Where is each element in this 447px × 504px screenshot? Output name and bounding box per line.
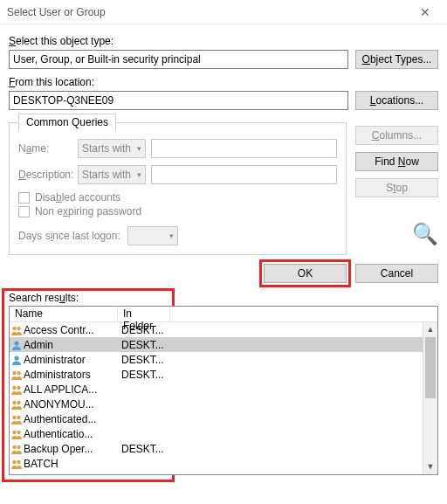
svg-point-10: [12, 415, 16, 418]
item-name: ALL APPLICA...: [24, 383, 118, 396]
description-combo: Starts with▾: [78, 165, 146, 184]
titlebar: Select User or Group ✕: [0, 0, 447, 24]
svg-point-14: [12, 445, 16, 448]
days-label: Days since last logon:: [18, 230, 120, 242]
svg-point-8: [12, 400, 16, 404]
chevron-down-icon: ▾: [169, 231, 174, 240]
svg-point-5: [17, 370, 20, 374]
chevron-down-icon: ▾: [137, 170, 141, 179]
list-item[interactable]: ANONYMOU...: [10, 397, 437, 411]
object-type-field[interactable]: [9, 50, 348, 69]
svg-point-1: [17, 326, 20, 329]
item-folder: DESKT...: [118, 339, 167, 351]
list-item[interactable]: AdministratorDESKT...: [10, 352, 437, 367]
svg-point-16: [12, 459, 16, 463]
search-icon: 🔍: [412, 222, 438, 246]
svg-point-7: [17, 385, 20, 389]
col-name[interactable]: Name: [10, 307, 118, 321]
group-icon: [10, 384, 24, 395]
svg-point-12: [12, 430, 16, 433]
description-input: [151, 165, 337, 184]
chevron-down-icon: ▾: [137, 144, 141, 153]
list-header[interactable]: Name In Folder: [10, 307, 437, 322]
list-item[interactable]: Authenticatio...: [10, 426, 437, 441]
name-label: Name:: [18, 142, 72, 155]
svg-point-9: [17, 400, 20, 404]
location-label: From this location:: [9, 76, 438, 88]
cancel-button[interactable]: Cancel: [355, 264, 438, 283]
common-queries-tab[interactable]: Common Queries: [18, 114, 116, 132]
svg-point-11: [17, 415, 20, 418]
list-item[interactable]: AdminDESKT...: [10, 337, 437, 352]
ok-button[interactable]: OK: [264, 264, 347, 283]
find-now-button[interactable]: Find Now: [355, 152, 438, 171]
item-name: Access Contr...: [24, 324, 118, 336]
object-type-label: Select this object type:: [9, 35, 438, 47]
list-item[interactable]: Backup Oper...DESKT...: [10, 441, 437, 456]
list-item[interactable]: Authenticated...: [10, 411, 437, 426]
user-icon: [10, 355, 24, 365]
description-label: Description:: [18, 169, 72, 181]
search-results-label: Search results:: [9, 292, 438, 304]
group-icon: [10, 399, 24, 410]
item-folder: DESKT...: [118, 443, 167, 455]
group-icon: [10, 369, 24, 380]
svg-point-4: [12, 370, 16, 374]
close-icon[interactable]: ✕: [410, 5, 440, 19]
item-name: Authenticatio...: [24, 428, 118, 440]
svg-point-2: [14, 341, 18, 345]
svg-point-17: [17, 459, 20, 463]
stop-button: Stop: [355, 178, 438, 197]
svg-point-13: [17, 430, 20, 433]
col-in-folder[interactable]: In Folder: [118, 307, 170, 321]
scrollbar[interactable]: ▲ ▼: [423, 322, 437, 474]
item-folder: DESKT...: [118, 354, 167, 366]
item-name: Admin: [24, 339, 118, 351]
days-combo: ▾: [127, 226, 178, 245]
item-folder: DESKT...: [118, 324, 167, 336]
disabled-accounts-checkbox: Disabled accounts: [18, 191, 337, 204]
locations-button[interactable]: Locations...: [355, 91, 438, 110]
object-types-button[interactable]: Object Types...: [355, 50, 438, 69]
client-area: Select this object type: Object Types...…: [0, 24, 447, 255]
scroll-down-icon[interactable]: ▼: [423, 459, 437, 474]
scroll-up-icon[interactable]: ▲: [423, 322, 437, 337]
window-title: Select User or Group: [7, 6, 410, 18]
search-results-list[interactable]: Name In Folder Access Contr...DESKT...Ad…: [9, 306, 438, 475]
group-icon: [10, 325, 24, 335]
group-icon: [10, 414, 24, 425]
item-name: Administrator: [24, 354, 118, 366]
group-icon: [10, 444, 24, 454]
common-queries-panel: Common Queries Name: Starts with▾ Descri…: [9, 122, 347, 255]
name-combo: Starts with▾: [78, 139, 146, 158]
svg-point-0: [12, 326, 16, 329]
list-item[interactable]: Access Contr...DESKT...: [10, 322, 437, 337]
list-item[interactable]: AdministratorsDESKT...: [10, 367, 437, 382]
columns-button: Columns...: [355, 126, 438, 145]
scroll-thumb[interactable]: [425, 337, 436, 398]
item-name: Authenticated...: [24, 413, 118, 425]
list-item[interactable]: BATCH: [10, 456, 437, 471]
svg-point-15: [17, 445, 20, 448]
item-folder: DESKT...: [118, 369, 167, 381]
item-name: Administrators: [24, 369, 118, 381]
group-icon: [10, 429, 24, 439]
svg-point-6: [12, 385, 16, 389]
user-icon: [10, 340, 24, 350]
location-field[interactable]: [9, 91, 348, 110]
non-expiring-checkbox: Non expiring password: [18, 205, 337, 217]
item-name: ANONYMOU...: [24, 398, 118, 411]
group-icon: [10, 459, 24, 469]
item-name: BATCH: [24, 458, 118, 470]
item-name: Backup Oper...: [24, 443, 118, 455]
list-item[interactable]: ALL APPLICA...: [10, 382, 437, 397]
name-input: [151, 139, 337, 158]
svg-point-3: [14, 356, 18, 360]
